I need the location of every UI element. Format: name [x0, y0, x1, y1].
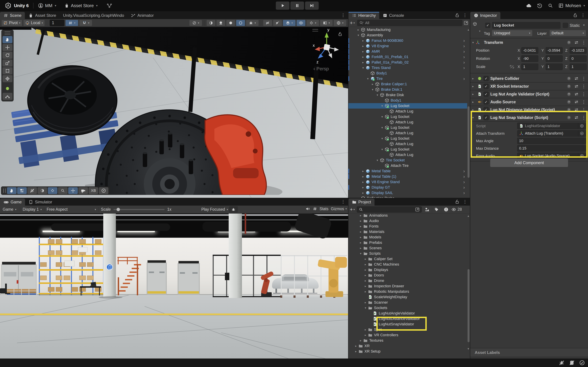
pivot-mode-button[interactable]: Pivot▾: [1, 20, 22, 26]
layout-user-menu[interactable]: Mohsen▾: [558, 3, 585, 8]
scroll-up-arrow[interactable]: ▲: [467, 28, 470, 31]
component-enabled-checkbox[interactable]: ✓: [484, 107, 489, 112]
object-picker-icon[interactable]: [578, 130, 584, 136]
expand-arrow[interactable]: ▸: [361, 175, 365, 178]
search-importlog-button[interactable]: [442, 206, 450, 213]
unlock-icon[interactable]: [455, 13, 460, 18]
prefab-open-chevron[interactable]: ›: [463, 65, 465, 70]
cache-server-disabled-icon[interactable]: [569, 360, 575, 366]
hierarchy-row[interactable]: Body1: [348, 70, 467, 76]
scene-effects-button[interactable]: ▾: [306, 20, 319, 26]
create-object-button[interactable]: +▾: [350, 20, 355, 26]
presets-icon[interactable]: [574, 76, 579, 81]
transform-rotation-x-field[interactable]: -90: [521, 55, 538, 62]
help-icon[interactable]: ?: [567, 76, 571, 81]
unlock-icon[interactable]: [573, 13, 578, 18]
scene-tab-menu-icon[interactable]: ⋮: [341, 13, 345, 17]
expand-arrow[interactable]: ▾: [356, 33, 361, 37]
aspect-dropdown[interactable]: Free Aspect▾: [47, 207, 96, 212]
expand-arrow[interactable]: ▾: [370, 88, 375, 92]
project-row[interactable]: ▸Doors: [348, 273, 467, 278]
component-menu-icon[interactable]: ⋮: [581, 84, 586, 89]
help-icon[interactable]: ?: [567, 84, 571, 89]
hierarchy-row[interactable]: ▾Tires Stand›: [348, 65, 467, 70]
help-icon[interactable]: ?: [567, 92, 571, 97]
overlay-drag-handle[interactable]: [3, 188, 6, 193]
hierarchy-row[interactable]: ▸V8 Engine Stand›: [348, 179, 467, 185]
tag-dropdown[interactable]: Untagged▾: [492, 30, 533, 36]
hierarchy-row[interactable]: ▾Lug Socket: [348, 136, 467, 141]
frame-debugger-button[interactable]: [229, 206, 238, 213]
expand-arrow[interactable]: ▸: [363, 290, 368, 293]
presets-icon[interactable]: [574, 92, 579, 97]
xb-overlay[interactable]: XB: [89, 187, 98, 194]
expand-arrow[interactable]: ▸: [363, 268, 368, 272]
project-row[interactable]: ▸Caliper Set: [348, 256, 467, 262]
expand-arrow[interactable]: ▸: [363, 274, 368, 277]
gizmos-dropdown[interactable]: Gizmos▾: [331, 207, 347, 211]
hierarchy-row[interactable]: ▸Metal Table (1)›: [348, 174, 467, 179]
history-icon[interactable]: [537, 3, 543, 8]
prefab-open-chevron[interactable]: ›: [463, 38, 465, 43]
display-dropdown[interactable]: Display 1▾: [23, 207, 42, 212]
help-icon[interactable]: ?: [567, 115, 571, 120]
expand-arrow[interactable]: ▸: [354, 350, 358, 353]
play-button[interactable]: [276, 1, 289, 10]
tab-project[interactable]: Project: [348, 199, 374, 206]
transform-scale-y-field[interactable]: 1: [546, 64, 563, 70]
transform-position-y-field[interactable]: -0.0594: [546, 47, 563, 54]
scale-link-icon[interactable]: [510, 65, 514, 69]
prefab-open-chevron[interactable]: ›: [463, 49, 465, 54]
gizmo-projection-label[interactable]: ‹ Persp: [313, 66, 344, 72]
prefab-open-chevron[interactable]: ›: [463, 43, 465, 49]
split-view-button[interactable]: ▾: [320, 20, 333, 26]
gizmo-drag-handle[interactable]: [312, 29, 318, 32]
overlay-drag-handle[interactable]: [5, 32, 10, 34]
hierarchy-row[interactable]: ▾Lug Socket: [348, 125, 467, 130]
component-menu-icon[interactable]: ⋮: [581, 115, 586, 120]
expand-arrow[interactable]: ▾: [363, 306, 368, 310]
project-row[interactable]: #ScaleWeightDisplay: [348, 294, 467, 300]
rotate-tool[interactable]: [3, 52, 12, 59]
gameobject-name-field[interactable]: Lug Socket: [492, 22, 561, 29]
tab-hierarchy[interactable]: Hierarchy: [348, 12, 379, 19]
project-row[interactable]: ▾Sockets: [348, 305, 467, 311]
component-menu-icon[interactable]: ⋮: [581, 100, 586, 104]
shading-lit-button[interactable]: [216, 20, 225, 26]
project-row[interactable]: ▸Prefabs: [348, 240, 467, 245]
hierarchy-row[interactable]: Body1: [348, 98, 467, 103]
hierarchy-row[interactable]: Attach Lug: [348, 119, 467, 125]
project-row[interactable]: ▸Scenes: [348, 245, 467, 251]
hierarchy-row[interactable]: ▸Metal Table›: [348, 168, 467, 174]
component-enabled-checkbox[interactable]: ✓: [484, 92, 489, 97]
expand-arrow[interactable]: ▸: [361, 191, 365, 195]
project-row[interactable]: ▸Textures: [348, 338, 467, 343]
expand-arrow[interactable]: ▸: [363, 257, 368, 261]
rect-tool[interactable]: [3, 67, 12, 75]
scene-3d-view[interactable]: XB y x z‹ Persp: [0, 27, 348, 198]
static-checkbox[interactable]: [563, 23, 568, 28]
hierarchy-row[interactable]: Attach Lug: [348, 130, 467, 136]
hierarchy-row[interactable]: ▾Lug Socket: [348, 147, 467, 152]
project-row[interactable]: ▸Animations: [348, 213, 467, 218]
layer-dropdown[interactable]: Default▾: [549, 30, 586, 36]
prefab-open-chevron[interactable]: ›: [463, 174, 465, 179]
project-row[interactable]: ▸XR: [348, 343, 467, 349]
shading-shadowed-button[interactable]: [226, 20, 235, 26]
hierarchy-row[interactable]: Attach Tire: [348, 163, 467, 168]
open-new-window-icon[interactable]: [463, 20, 468, 25]
grid-visibility[interactable]: [27, 187, 37, 194]
add-component-button[interactable]: Add Component: [490, 158, 568, 167]
hierarchy-row[interactable]: ▾Lug Socket: [348, 114, 467, 119]
transform-rotation-y-field[interactable]: 0: [546, 55, 563, 62]
expand-arrow[interactable]: ▸: [361, 180, 365, 184]
component-header[interactable]: ▸✓Audio Source?⋮: [470, 98, 588, 106]
game-audio-icon[interactable]: [305, 206, 310, 211]
hierarchy-row[interactable]: ▸Display SAIL›: [348, 190, 467, 196]
component-enabled-checkbox[interactable]: ✓: [484, 100, 489, 104]
prefab-open-chevron[interactable]: ›: [463, 185, 465, 190]
scale-tool[interactable]: [3, 59, 12, 67]
max-distance-field[interactable]: 0.15: [517, 145, 586, 151]
component-enabled-checkbox[interactable]: ✓: [484, 115, 489, 120]
create-asset-button[interactable]: +▾: [350, 207, 355, 212]
